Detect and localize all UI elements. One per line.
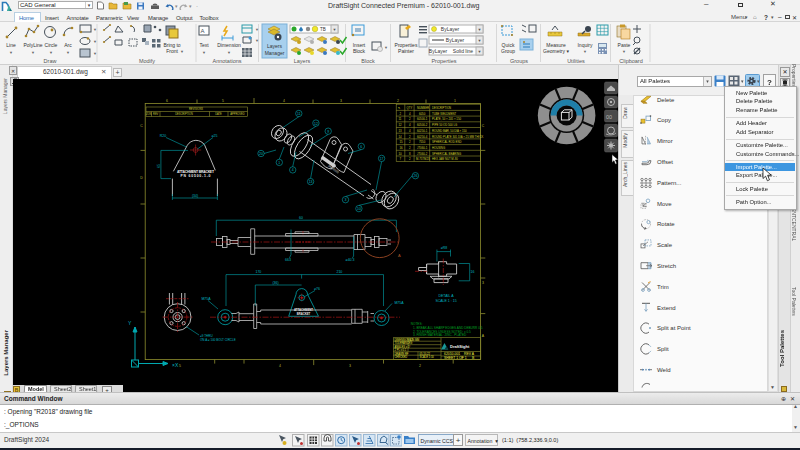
svg-text:·: · — [196, 3, 198, 9]
svg-text:Layers: Layers — [294, 58, 311, 64]
svg-text:⌀76: ⌀76 — [314, 287, 320, 291]
svg-text:11: 11 — [399, 117, 402, 121]
svg-text:12: 12 — [314, 122, 318, 126]
svg-text:13: 13 — [399, 129, 403, 133]
svg-text:▼: ▼ — [31, 50, 35, 55]
svg-text:ZON: ZON — [146, 112, 152, 116]
svg-text:210: 210 — [336, 270, 342, 274]
svg-text:DraftSight: DraftSight — [450, 344, 470, 349]
svg-text:Pattern...: Pattern... — [657, 180, 682, 186]
svg-text:Circle: Circle — [45, 42, 58, 48]
svg-text:DESCRIPTION: DESCRIPTION — [175, 112, 193, 116]
svg-text:6: 6 — [166, 99, 168, 103]
svg-text:60250-4: 60250-4 — [417, 135, 428, 139]
svg-text:5: 5 — [222, 99, 224, 103]
svg-text:7550: 7550 — [419, 140, 426, 144]
svg-text:2 PL ± 0.1: 2 PL ± 0.1 — [395, 348, 407, 352]
svg-text:Front: Front — [166, 48, 178, 54]
svg-text:DESCRIPTION: DESCRIPTION — [432, 106, 451, 110]
svg-text:Copy: Copy — [657, 117, 671, 123]
svg-text:SCALE 1:10: SCALE 1:10 — [420, 355, 435, 359]
svg-text:4: 4 — [283, 99, 285, 103]
svg-text:Measure: Measure — [546, 42, 566, 48]
svg-text:CHECKED: CHECKED — [395, 355, 408, 359]
svg-text:▼: ▼ — [333, 27, 337, 32]
svg-text:Bring to: Bring to — [163, 42, 180, 48]
svg-text:Groups: Groups — [510, 58, 528, 64]
svg-text:BRACKET: BRACKET — [297, 312, 311, 316]
svg-text:ByLayer: ByLayer — [429, 48, 448, 54]
svg-text:3: 3 — [482, 281, 484, 285]
svg-text:DRAWN RF: DRAWN RF — [395, 352, 409, 356]
svg-text:▾: ▾ — [175, 3, 178, 9]
svg-text:05-10-22: 05-10-22 — [420, 352, 431, 356]
svg-text:Block: Block — [361, 58, 375, 64]
svg-text:▼: ▼ — [202, 50, 206, 55]
svg-text:DATE: DATE — [215, 112, 222, 116]
svg-text:SPHERICAL BEARING: SPHERICAL BEARING — [432, 152, 461, 156]
svg-text:Text: Text — [199, 42, 209, 48]
svg-text:Stretch: Stretch — [657, 263, 676, 269]
svg-text:00: 00 — [606, 114, 612, 120]
svg-text:2: 2 — [419, 364, 421, 368]
svg-text:2: 2 — [397, 99, 399, 103]
svg-text:TB: TB — [320, 27, 326, 32]
svg-text:Manager: Manager — [265, 50, 285, 56]
svg-text:ROUND BAR, 50 DIA × 150: ROUND BAR, 50 DIA × 150 — [432, 129, 467, 133]
svg-text:Offset: Offset — [657, 159, 673, 165]
svg-text:JT060-2: JT060-2 — [417, 152, 428, 156]
svg-text:PLATE, 50 × 205 × 150: PLATE, 50 × 205 × 150 — [432, 117, 461, 121]
svg-text:Quick: Quick — [502, 42, 515, 48]
svg-text:▼: ▼ — [478, 49, 482, 54]
svg-text:60500-1: 60500-1 — [417, 117, 428, 121]
svg-text:TOLERANCES:: TOLERANCES: — [395, 341, 414, 345]
svg-text:▼: ▼ — [93, 39, 97, 44]
svg-text:HEX JAM NUT M-80: HEX JAM NUT M-80 — [432, 157, 458, 161]
svg-text:▼: ▼ — [255, 27, 259, 32]
svg-text:SPHERICAL ROD END: SPHERICAL ROD END — [432, 140, 461, 144]
svg-text:Modify: Modify — [139, 58, 155, 64]
svg-text:6: 6 — [360, 145, 362, 149]
svg-text:ROUND PLATE 305 DIA × 25 MM TH: ROUND PLATE 305 DIA × 25 MM THICK — [432, 135, 483, 139]
svg-text:Group: Group — [501, 48, 515, 54]
svg-text:REV: REV — [153, 112, 159, 116]
svg-text:10: 10 — [399, 152, 403, 156]
svg-text:3: 3 — [340, 99, 342, 103]
svg-text:ByLayer: ByLayer — [446, 37, 465, 43]
svg-text:Scale: Scale — [657, 242, 673, 248]
svg-text:15: 15 — [400, 140, 404, 144]
svg-text:Painter: Painter — [398, 48, 414, 54]
svg-text:▼: ▼ — [180, 49, 184, 54]
svg-text:⌀25: ⌀25 — [211, 134, 217, 138]
svg-text:ON A ⌀ 100 BOLT CIRCLE: ON A ⌀ 100 BOLT CIRCLE — [200, 338, 236, 342]
svg-text:▾: ▾ — [189, 3, 192, 9]
svg-text:A: A — [200, 28, 204, 34]
svg-text:⌀R8: ⌀R8 — [441, 246, 448, 250]
svg-text:16: 16 — [471, 270, 475, 274]
svg-text:170: 170 — [255, 270, 261, 274]
svg-text:R20: R20 — [160, 134, 166, 138]
svg-text:16: 16 — [400, 146, 404, 150]
svg-text:60500-2: 60500-2 — [417, 123, 428, 127]
svg-text:60: 60 — [299, 216, 303, 220]
svg-text:Insert: Insert — [353, 42, 366, 48]
svg-text:▼: ▼ — [93, 27, 97, 32]
svg-text:Rotate: Rotate — [657, 221, 675, 227]
svg-text:▾: ▾ — [741, 78, 744, 84]
svg-text:▼: ▼ — [583, 49, 587, 54]
svg-text:20: 20 — [259, 152, 263, 156]
svg-text:4: 4 — [292, 168, 294, 172]
svg-text:▼: ▼ — [227, 50, 231, 55]
svg-text:Clipboard: Clipboard — [619, 58, 643, 64]
svg-text:Delete: Delete — [657, 97, 675, 103]
svg-text:TUBE WELDMENT: TUBE WELDMENT — [432, 112, 457, 116]
svg-text:Extend: Extend — [657, 305, 676, 311]
svg-text:26: 26 — [413, 174, 417, 178]
svg-text:Line: Line — [6, 42, 16, 48]
svg-text:Solid line: Solid line — [453, 48, 474, 54]
svg-text:M-75TM23: M-75TM23 — [416, 157, 430, 161]
svg-text:Layers: Layers — [267, 43, 283, 49]
svg-text:1: 1 — [278, 161, 280, 165]
svg-text:▼: ▼ — [478, 27, 482, 32]
svg-text:▼: ▼ — [255, 38, 259, 43]
